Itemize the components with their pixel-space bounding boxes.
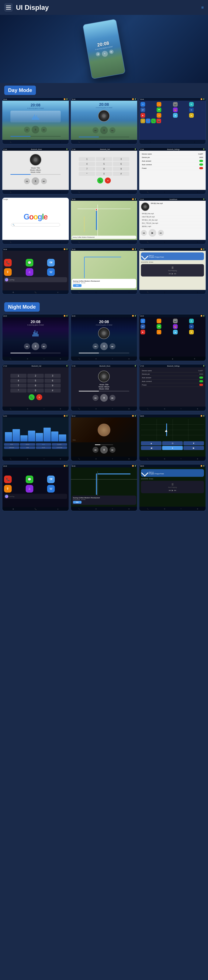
eq-btn-2[interactable]: ROCK [20, 443, 35, 446]
app-media[interactable]: 🎬 [156, 119, 161, 123]
day-social-music-screen[interactable]: 12:44 SocialMusic 🔋 华年老去.flac.mp3 华年老去.f… [139, 197, 206, 244]
day-map-screen[interactable]: 09:33 📶 🔋 Sunny Coffee Modern Restaurant [71, 197, 137, 244]
eq-btn-3[interactable]: JAZZ [36, 443, 51, 446]
night-dial-3[interactable]: 3 [44, 374, 61, 378]
nav-item-phone-2[interactable]: 📞 [79, 142, 80, 143]
night-auto-connect-toggle[interactable] [199, 380, 203, 382]
settings-auto-connect[interactable]: Auto connect [141, 163, 204, 167]
day-music-screen-2[interactable]: 16:44 📶 🔋 20:08 A stunning glass of deta… [71, 97, 137, 144]
night-nav-detail-screen[interactable]: 09:33 📶 🔋 Sunny Coffee Modern Restaurant… [71, 464, 137, 511]
night-ios-phone[interactable]: 📞 [4, 476, 12, 483]
night-dial-2[interactable]: 2 [27, 374, 44, 378]
prev-btn-2[interactable]: ⏮ [93, 127, 98, 133]
night-settings-auto-connect[interactable]: Auto connect [141, 380, 204, 383]
app-extra-2[interactable]: ☀ [140, 119, 145, 123]
night-go-button[interactable]: GO [73, 501, 82, 504]
nav-icon[interactable]: ≡ [201, 5, 204, 10]
settings-power[interactable]: Power [141, 167, 204, 170]
night-nav-down[interactable]: ▼ [183, 441, 204, 445]
play-btn[interactable]: ⏸ [32, 126, 39, 134]
night-video-screen[interactable]: 02:14 📶 🔋 Video ⏮ ⏸ ⏭ [71, 414, 137, 461]
dial-9[interactable]: 9 [113, 167, 129, 171]
bt-next[interactable]: ⏭ [41, 178, 47, 184]
night-apps-screen[interactable]: 16:44 📶 🔋 ✈ ♫ 📷 ⚙ BT 🗺 📻 W ▶ S ☁ ★ [139, 314, 206, 361]
app-music[interactable]: ♫ [157, 102, 161, 107]
menu-icon[interactable] [4, 3, 13, 12]
prev-btn[interactable]: ⏮ [24, 127, 30, 133]
social-bottom[interactable]: 📞 ✉ ♫ ⚙ [139, 240, 206, 244]
social-play[interactable]: ▶ [148, 229, 156, 237]
app-waze[interactable]: W [189, 108, 194, 112]
night-settings-power[interactable]: Power [141, 383, 204, 387]
night-eq-screen[interactable]: 01:54 📶 🔋 POP ROCK [2, 414, 69, 461]
app-maps[interactable]: 📍 [146, 119, 150, 123]
night-nav-bottom[interactable]: 📞 ✉ ♫ ⚙ [139, 457, 206, 461]
hangup-btn[interactable]: ✕ [105, 178, 111, 183]
hero-next-btn[interactable]: ▶ [109, 49, 114, 54]
night-carplay-now[interactable]: ♫ [57, 508, 58, 510]
night-dial-5[interactable]: 5 [27, 379, 44, 383]
eq-bottom[interactable]: 📞 ✉ ♫ ⚙ [2, 457, 69, 461]
night-app-telegram[interactable]: ✈ [140, 319, 145, 323]
night-dial-9[interactable]: 9 [44, 383, 61, 388]
power-toggle[interactable] [199, 167, 203, 169]
call-btn[interactable]: 📞 [97, 178, 103, 183]
night-carplay-home[interactable]: ⊙ [13, 508, 14, 510]
night-dial-4[interactable]: 4 [10, 379, 27, 383]
bt-music-bottom[interactable]: 📞 ✉ ♫ ⚙ [2, 190, 69, 194]
bt-play[interactable]: ⏸ [32, 177, 39, 185]
night-bt-next[interactable]: ⏭ [110, 395, 115, 401]
night-nav-map-screen[interactable]: 08:05 📶 🔋 Start on Gongliao Tongue Road … [139, 464, 206, 511]
google-bottom[interactable]: 📞 ✉ ♫ ⚙ [2, 240, 69, 244]
app-youtube[interactable]: ▶ [140, 113, 145, 118]
eq-btn-8[interactable]: CUSTOM [52, 446, 67, 449]
video-next[interactable]: ⏭ [110, 447, 115, 453]
nav-detail-bottom[interactable]: 📞 ✉ ♫ ⚙ [71, 290, 137, 294]
nav-home[interactable]: ⊙ [150, 142, 151, 143]
night-dial-7[interactable]: 7 [10, 383, 27, 388]
night-nav-up[interactable]: ▲ [141, 441, 162, 445]
ios-music[interactable]: ♫ [26, 268, 33, 276]
night-carplay-phone[interactable]: 📞 [35, 508, 37, 510]
map-bottom[interactable]: 📞 ✉ ♫ ⚙ [71, 240, 137, 244]
dial-5[interactable]: 5 [96, 162, 112, 166]
eq-btn-7[interactable]: FLAT [36, 446, 51, 449]
nav-item-settings-2[interactable]: ⚙ [128, 142, 129, 143]
night-music-screen-1[interactable]: 16:44 📶 🔋 20:08 A stunning glass of deta… [2, 314, 69, 361]
night-app-music[interactable]: ♫ [157, 319, 161, 323]
night-nav-detail-bottom[interactable]: 📞 ✉ ♫ ⚙ [71, 507, 137, 511]
dial-1[interactable]: 1 [79, 157, 95, 161]
carplay-home[interactable]: ⊙ [13, 291, 14, 293]
ios-maps[interactable]: 🗺 [47, 259, 55, 267]
play-btn-2[interactable]: ⏸ [100, 126, 108, 134]
night-bt-music-bottom[interactable]: 📞 ✉ ♫ ⚙ [71, 407, 137, 411]
ios-messages[interactable]: 💬 [26, 259, 33, 267]
night-dial-star[interactable]: * [10, 388, 27, 393]
eq-btn-4[interactable]: CLASS [52, 443, 67, 446]
night-call-btn[interactable]: 📞 [28, 394, 35, 400]
dial-8[interactable]: 8 [96, 167, 112, 171]
np-next[interactable]: ⏭ [174, 272, 176, 275]
night-bt-call-bottom[interactable]: 📞 ✉ ♫ ⚙ [2, 407, 69, 411]
dial-star[interactable]: * [79, 172, 95, 176]
night-app-extra[interactable]: ★ [189, 330, 194, 334]
night-bt-settings-bottom[interactable]: 📞 ✉ ♫ ⚙ [139, 407, 206, 411]
bt-settings-bottom[interactable]: 📞 ✉ ♫ ⚙ [139, 190, 206, 194]
night-next-1[interactable]: ⏭ [41, 343, 47, 349]
night-prev-2[interactable]: ⏮ [93, 343, 98, 349]
night-play-2[interactable]: ⏸ [100, 342, 108, 350]
social-item-2[interactable]: video千里之外.mp3 [141, 215, 204, 219]
nav-menu[interactable]: ☰ [194, 142, 195, 143]
day-bt-music-screen[interactable]: 17:44 Bluetooth_Music 🔋 Music Title Musi… [2, 148, 69, 194]
bottom-nav[interactable]: 📞 ✉ ♫ ⚙ [2, 140, 69, 144]
night-bottom-2[interactable]: 📞 ✉ ♫ ⚙ [71, 356, 137, 361]
night-bt-play[interactable]: ⏸ [100, 394, 108, 402]
night-nav-home[interactable]: ⊙ [162, 441, 183, 445]
nav-item-email[interactable]: ✉ [27, 142, 28, 143]
carplay-phone[interactable]: 📞 [35, 291, 37, 293]
nav-back[interactable]: ◀ [172, 142, 173, 143]
nav-item-settings[interactable]: ⚙ [60, 142, 61, 143]
night-np-prev[interactable]: ⏮ [169, 489, 171, 492]
day-nav-screen[interactable]: 08:05 📶 🔋 Start on Gongliao Tongue Road … [139, 248, 206, 294]
night-ios-messages[interactable]: 💬 [26, 476, 33, 483]
